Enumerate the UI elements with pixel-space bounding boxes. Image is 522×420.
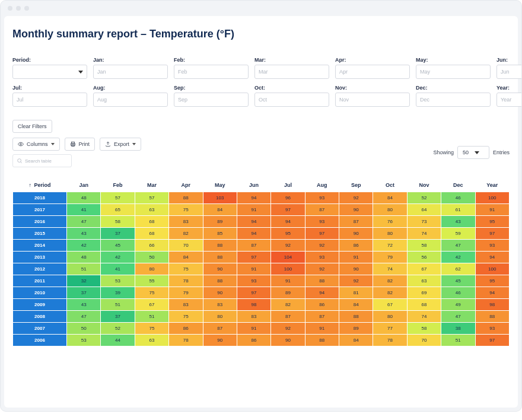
page-size-select[interactable]: 50 <box>457 146 489 159</box>
heat-cell: 70 <box>169 240 202 251</box>
heat-cell: 90 <box>339 263 373 275</box>
filter-field: Jan: <box>93 57 168 79</box>
heat-cell: 92 <box>305 263 339 275</box>
heat-cell: 66 <box>135 240 168 251</box>
heat-cell: 55 <box>135 275 168 287</box>
heat-cell: 88 <box>476 311 510 322</box>
heat-cell: 57 <box>101 192 134 203</box>
filter-input[interactable] <box>12 93 87 107</box>
table-header[interactable]: Oct <box>373 179 406 192</box>
filter-label: Nov: <box>335 85 410 91</box>
heat-cell: 93 <box>476 323 510 334</box>
heat-cell: 84 <box>339 335 373 346</box>
heat-cell: 64 <box>408 204 441 215</box>
heatmap-table: ↑ PeriodJanFebMarAprMayJunJulAugSepOctNo… <box>12 178 510 346</box>
table-header[interactable]: Aug <box>305 179 339 192</box>
heat-cell: 39 <box>101 287 134 298</box>
heat-cell: 90 <box>339 204 373 215</box>
browser-frame: Monthly summary report – Temperature (°F… <box>0 0 522 412</box>
heat-cell: 51 <box>441 335 475 346</box>
heat-cell: 100 <box>476 192 510 203</box>
heat-cell: 100 <box>271 263 304 275</box>
heat-cell: 93 <box>305 252 339 263</box>
heat-cell: 86 <box>237 335 270 346</box>
period-cell: 2006 <box>13 335 66 346</box>
heat-cell: 89 <box>271 287 304 298</box>
heat-cell: 88 <box>203 252 237 263</box>
heat-cell: 90 <box>203 287 237 298</box>
table-header[interactable]: Jan <box>67 179 100 192</box>
filter-input[interactable] <box>496 65 522 79</box>
filter-input[interactable] <box>496 93 522 107</box>
table-header[interactable]: Jun <box>237 179 270 192</box>
heat-cell: 44 <box>101 335 134 346</box>
print-button[interactable]: Print <box>65 138 96 151</box>
table-header[interactable]: Mar <box>135 179 168 192</box>
period-cell: 2009 <box>13 299 66 310</box>
filter-input[interactable] <box>174 65 249 79</box>
heat-cell: 52 <box>408 192 441 203</box>
table-header[interactable]: Nov <box>408 179 441 192</box>
heat-cell: 63 <box>408 275 441 287</box>
filter-input[interactable] <box>416 93 491 107</box>
heat-cell: 88 <box>305 275 339 287</box>
heat-cell: 75 <box>135 287 168 298</box>
filter-input[interactable] <box>93 93 168 107</box>
filter-label: Oct: <box>254 85 329 91</box>
filter-input[interactable] <box>174 93 249 107</box>
columns-label: Columns <box>27 141 48 147</box>
heat-cell: 92 <box>271 240 304 251</box>
export-button[interactable]: Export <box>100 138 141 151</box>
table-row: 201037397579909789948182694694 <box>13 287 509 298</box>
heat-cell: 98 <box>476 299 510 310</box>
heat-cell: 91 <box>237 263 270 275</box>
table-header[interactable]: ↑ Period <box>13 179 66 192</box>
export-label: Export <box>114 141 129 147</box>
filter-input[interactable] <box>335 65 410 79</box>
clear-filters-button[interactable]: Clear Filters <box>12 120 52 133</box>
heat-cell: 96 <box>271 192 304 203</box>
heat-cell: 73 <box>408 216 441 227</box>
svg-point-0 <box>20 144 22 145</box>
heat-cell: 37 <box>101 311 134 322</box>
heat-cell: 63 <box>135 335 168 346</box>
table-header[interactable]: Year <box>476 179 510 192</box>
filter-input[interactable] <box>254 93 329 107</box>
heat-cell: 90 <box>339 228 373 239</box>
heat-cell: 38 <box>441 323 475 334</box>
heat-cell: 42 <box>441 252 475 263</box>
heat-cell: 91 <box>339 252 373 263</box>
heat-cell: 89 <box>203 216 237 227</box>
period-select[interactable] <box>12 65 87 79</box>
table-header[interactable]: Apr <box>169 179 202 192</box>
heat-cell: 83 <box>203 299 237 310</box>
table-header[interactable]: May <box>203 179 237 192</box>
heat-cell: 47 <box>67 216 100 227</box>
table-header[interactable]: Dec <box>441 179 475 192</box>
filter-input[interactable] <box>93 65 168 79</box>
heat-cell: 88 <box>339 311 373 322</box>
search-input[interactable]: Search table <box>12 154 72 167</box>
filter-period: Period: <box>12 57 87 79</box>
filter-label: Apr: <box>335 57 410 63</box>
columns-button[interactable]: Columns <box>12 138 60 151</box>
heat-cell: 87 <box>203 323 237 334</box>
heat-cell: 97 <box>271 204 304 215</box>
sort-arrow-icon: ↑ <box>28 182 31 188</box>
period-cell: 2010 <box>13 287 66 298</box>
heat-cell: 75 <box>169 204 202 215</box>
table-header[interactable]: Sep <box>339 179 373 192</box>
heat-cell: 80 <box>203 311 237 322</box>
heat-cell: 84 <box>339 299 373 310</box>
heat-cell: 82 <box>373 287 406 298</box>
heat-cell: 84 <box>203 204 237 215</box>
table-header[interactable]: Feb <box>101 179 134 192</box>
table-header[interactable]: Jul <box>271 179 304 192</box>
filter-input[interactable] <box>254 65 329 79</box>
filter-input[interactable] <box>416 65 491 79</box>
filter-input[interactable] <box>335 93 410 107</box>
heat-cell: 92 <box>271 323 304 334</box>
heat-cell: 41 <box>101 263 134 275</box>
heat-cell: 93 <box>237 275 270 287</box>
heat-cell: 80 <box>135 263 168 275</box>
